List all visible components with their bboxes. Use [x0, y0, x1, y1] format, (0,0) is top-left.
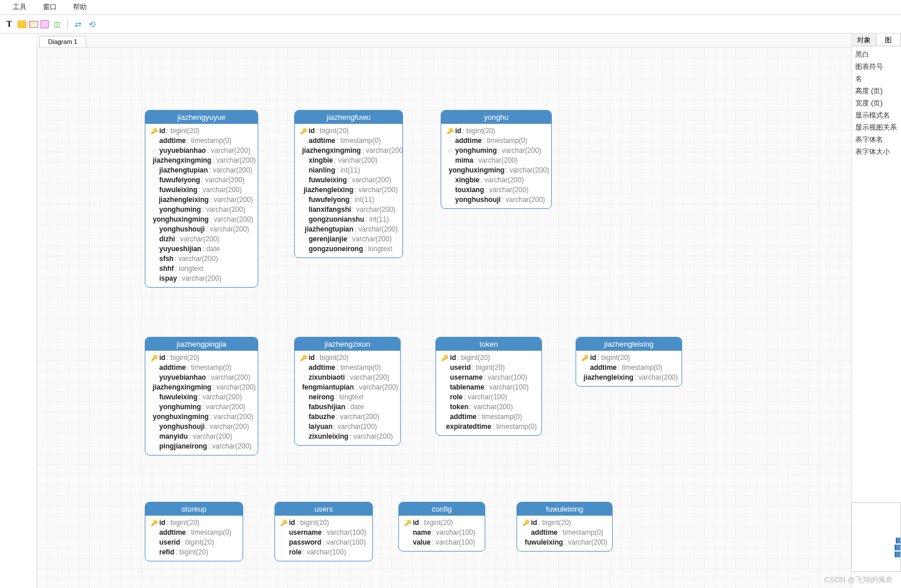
field-row[interactable]: yonghushouji: varchar(200) — [446, 195, 547, 205]
field-row[interactable]: jiazhengtupian: varchar(200) — [150, 166, 253, 175]
field-row[interactable]: gongzuoneirong: longtext — [299, 244, 398, 254]
field-row[interactable]: pingjianeirong: varchar(200) — [150, 442, 253, 451]
field-row[interactable]: expiratedtime: timestamp(0) — [441, 422, 537, 432]
property-row[interactable]: 宽度 (页) — [855, 97, 898, 109]
field-row[interactable]: nianling: int(11) — [299, 166, 398, 175]
field-row[interactable]: username: varchar(100) — [441, 373, 537, 383]
field-row[interactable]: gongzuonianshu: int(11) — [299, 215, 398, 225]
field-row[interactable]: xingbie: varchar(200) — [446, 175, 547, 185]
property-row[interactable]: 高度 (页) — [855, 85, 898, 97]
field-row[interactable]: sfsh: varchar(200) — [150, 254, 253, 264]
field-row[interactable]: 🔑id: bigint(20) — [299, 126, 398, 136]
menu-help[interactable]: 帮助 — [65, 0, 95, 14]
field-row[interactable]: jiazhengleixing: varchar(200) — [581, 373, 677, 383]
property-row[interactable]: 黑白 — [855, 49, 898, 61]
field-row[interactable]: xingbie: varchar(200) — [299, 156, 398, 166]
field-row[interactable]: yonghushouji: varchar(200) — [150, 422, 253, 432]
entity-jiazhengzixun[interactable]: jiazhengzixun🔑id: bigint(20) addtime: ti… — [294, 337, 401, 446]
field-row[interactable]: addtime: timestamp(0) — [299, 363, 395, 373]
entity-token[interactable]: token🔑id: bigint(20) userid: bigint(20) … — [435, 337, 542, 436]
stamp-tool-icon[interactable] — [41, 20, 49, 28]
entity-config[interactable]: config🔑id: bigint(20) name: varchar(100)… — [398, 502, 485, 552]
field-row[interactable]: addtime: timestamp(0) — [446, 136, 547, 146]
property-row[interactable]: 显示模式名 — [855, 109, 898, 122]
field-row[interactable]: 🔑id: bigint(20) — [581, 353, 677, 363]
entity-fuwuleixing[interactable]: fuwuleixing🔑id: bigint(20) addtime: time… — [517, 502, 613, 552]
field-row[interactable]: jiazhengxingming: varchar(200) — [150, 383, 253, 392]
note-tool-icon[interactable] — [17, 20, 27, 28]
field-row[interactable]: gerenjianjie: varchar(200) — [299, 234, 398, 244]
field-row[interactable]: neirong: longtext — [299, 392, 395, 402]
auto-layout-icon[interactable]: ⟲ — [86, 19, 98, 30]
field-row[interactable]: userid: bigint(20) — [150, 538, 238, 547]
shape-tool-icon[interactable]: ◫ — [51, 19, 63, 30]
field-row[interactable]: jiazhengxingming: varchar(200) — [299, 146, 398, 156]
field-row[interactable]: 🔑id: bigint(20) — [522, 518, 607, 528]
field-row[interactable]: fuwuleixing: varchar(200) — [150, 185, 253, 195]
entity-yonghu[interactable]: yonghu🔑id: bigint(20) addtime: timestamp… — [441, 110, 552, 209]
field-row[interactable]: 🔑id: bigint(20) — [446, 126, 547, 136]
text-tool-icon[interactable]: T — [3, 19, 15, 30]
diagram-canvas[interactable]: ▲ ▼ jiazhengyuyue🔑id: bigint(20) addtime… — [37, 47, 901, 588]
field-row[interactable]: ◇yonghuming: varchar(200) — [446, 146, 547, 156]
field-row[interactable]: addtime: timestamp(0) — [150, 136, 253, 146]
field-row[interactable]: yonghuming: varchar(200) — [150, 402, 253, 412]
field-row[interactable]: 🔑id: bigint(20) — [441, 353, 537, 363]
field-row[interactable]: fuwuleixing: varchar(200) — [299, 175, 398, 185]
field-row[interactable]: touxiang: varchar(200) — [446, 185, 547, 195]
field-row[interactable]: tablename: varchar(100) — [441, 383, 537, 392]
field-row[interactable]: jiazhengleixing: varchar(200) — [299, 185, 398, 195]
field-row[interactable]: zixunleixing: varchar(200) — [299, 432, 395, 442]
field-row[interactable]: fuwufeiyong: int(11) — [299, 195, 398, 205]
field-row[interactable]: yonghushouji: varchar(200) — [150, 225, 253, 234]
field-row[interactable]: name: varchar(100) — [404, 528, 480, 538]
field-row[interactable]: ispay: varchar(200) — [150, 274, 253, 284]
field-row[interactable]: 🔑id: bigint(20) — [150, 518, 238, 528]
image-tool-icon[interactable] — [29, 21, 38, 28]
field-row[interactable]: jiazhengleixing: varchar(200) — [150, 195, 253, 205]
field-row[interactable]: fabuzhe: varchar(200) — [299, 412, 395, 422]
entity-jiazhengpingjia[interactable]: jiazhengpingjia🔑id: bigint(20) addtime: … — [145, 337, 258, 455]
field-row[interactable]: yonghuxingming: varchar(200) — [150, 215, 253, 225]
field-row[interactable]: yonghuming: varchar(200) — [150, 205, 253, 215]
field-row[interactable]: addtime: timestamp(0) — [299, 136, 398, 146]
field-row[interactable]: yuyuebianhao: varchar(200) — [150, 373, 253, 383]
field-row[interactable]: yuyueshijian: date — [150, 244, 253, 254]
field-row[interactable]: ◇yuyuebianhao: varchar(200) — [150, 146, 253, 156]
field-row[interactable]: lianxifangshi: varchar(200) — [299, 205, 398, 215]
field-row[interactable]: refid: bigint(20) — [150, 547, 238, 557]
field-row[interactable]: role: varchar(100) — [280, 547, 368, 557]
field-row[interactable]: yonghuxingming: varchar(200) — [446, 166, 547, 175]
field-row[interactable]: 🔑id: bigint(20) — [299, 353, 395, 363]
field-row[interactable]: addtime: timestamp(0) — [150, 528, 238, 538]
entity-storeup[interactable]: storeup🔑id: bigint(20) addtime: timestam… — [145, 502, 243, 561]
field-row[interactable]: 🔑id: bigint(20) — [150, 126, 253, 136]
field-row[interactable]: zixunbiaoti: varchar(200) — [299, 373, 395, 383]
property-row[interactable]: 显示视图关系 — [855, 122, 898, 134]
entity-jiazhengleixing[interactable]: jiazhengleixing🔑id: bigint(20) addtime: … — [576, 337, 682, 387]
field-row[interactable]: mima: varchar(200) — [446, 156, 547, 166]
field-row[interactable]: addtime: timestamp(0) — [581, 363, 677, 373]
field-row[interactable]: userid: bigint(20) — [441, 363, 537, 373]
field-row[interactable]: fuwuleixing: varchar(200) — [522, 538, 607, 547]
entity-users[interactable]: users🔑id: bigint(20) username: varchar(1… — [274, 502, 373, 561]
property-row[interactable]: 图表符号 — [855, 61, 898, 73]
field-row[interactable]: 🔑id: bigint(20) — [404, 518, 480, 528]
field-row[interactable]: jiazhengtupian: varchar(200) — [299, 225, 398, 234]
minimap[interactable] — [851, 502, 901, 572]
field-row[interactable]: shhf: longtext — [150, 264, 253, 274]
tab-object[interactable]: 对象 — [852, 34, 877, 46]
field-row[interactable]: dizhi: varchar(200) — [150, 234, 253, 244]
field-row[interactable]: jiazhengxingming: varchar(200) — [150, 156, 253, 166]
field-row[interactable]: addtime: timestamp(0) — [522, 528, 607, 538]
entity-jiazhengyuyue[interactable]: jiazhengyuyue🔑id: bigint(20) addtime: ti… — [145, 110, 258, 288]
tab-diagram-1[interactable]: Diagram 1 — [39, 36, 86, 47]
field-row[interactable]: laiyuan: varchar(200) — [299, 422, 395, 432]
menu-tools[interactable]: 工具 — [5, 0, 35, 14]
field-row[interactable]: 🔑id: bigint(20) — [280, 518, 368, 528]
field-row[interactable]: password: varchar(100) — [280, 538, 368, 547]
property-row[interactable]: 表字体大小 — [855, 146, 898, 158]
field-row[interactable]: fabushijian: date — [299, 402, 395, 412]
field-row[interactable]: value: varchar(100) — [404, 538, 480, 547]
field-row[interactable]: yonghuxingming: varchar(200) — [150, 412, 253, 422]
